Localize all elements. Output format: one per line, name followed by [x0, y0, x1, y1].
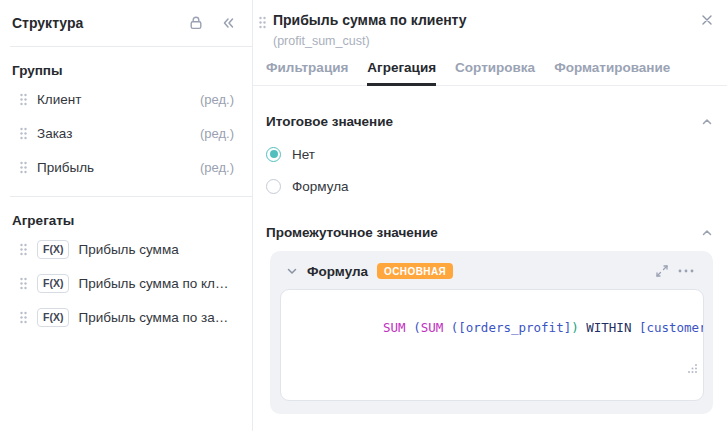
formula-token: (: [413, 320, 421, 335]
structure-sidebar: Структура Группы Клиент(ред.)Заказ(ред.)…: [0, 0, 253, 431]
total-value-section: Итоговое значение НетФормула: [266, 114, 713, 194]
aggregate-row[interactable]: F(X)Прибыль сумма по клие...: [0, 266, 252, 300]
formula-token: SUM: [421, 320, 444, 335]
sidebar-header: Структура: [0, 12, 252, 34]
group-row[interactable]: Прибыль(ред.): [0, 150, 252, 184]
aggregate-row[interactable]: F(X)Прибыль сумма: [0, 232, 252, 266]
panel-sections: Итоговое значение НетФормула Промежуточн…: [253, 86, 727, 414]
fx-badge: F(X): [37, 274, 69, 293]
formula-token: WITHIN: [586, 320, 631, 335]
tabs: ФильтрацияАгрегацияСортировкаФорматирова…: [253, 60, 727, 85]
formula-code: SUM (SUM ([orders_profit]) WITHIN [custo…: [383, 320, 704, 335]
formula-token: ): [571, 320, 579, 335]
radio-button[interactable]: [266, 179, 281, 194]
drag-handle-icon[interactable]: [259, 16, 266, 29]
total-value-section-title: Итоговое значение: [266, 114, 393, 129]
lock-icon[interactable]: [188, 15, 204, 31]
close-icon[interactable]: [701, 14, 713, 26]
groups-list: Клиент(ред.)Заказ(ред.)Прибыль(ред.): [0, 82, 252, 184]
aggregate-label: Прибыль сумма: [78, 242, 234, 257]
collapse-sidebar-icon[interactable]: [220, 15, 236, 31]
formula-card-header: Формула ОСНОВНАЯ: [280, 261, 704, 289]
formula-token: SUM: [383, 320, 406, 335]
aggregates-header: Агрегаты: [0, 197, 252, 232]
formula-token: [443, 320, 451, 335]
chevron-down-icon[interactable]: [286, 265, 298, 277]
edit-link[interactable]: (ред.): [200, 92, 234, 107]
intermediate-value-section-header: Промежуточное значение: [266, 225, 713, 240]
group-row[interactable]: Заказ(ред.): [0, 116, 252, 150]
radio-option[interactable]: Нет: [266, 146, 713, 162]
formula-token: [631, 320, 639, 335]
radio-option[interactable]: Формула: [266, 178, 713, 194]
more-options-icon[interactable]: [678, 269, 694, 273]
intermediate-value-section: Промежуточное значение Формула ОСНОВНАЯ: [266, 225, 713, 414]
tab-форматирование[interactable]: Форматирование: [554, 60, 670, 85]
drag-handle-icon[interactable]: [20, 127, 27, 140]
formula-card: Формула ОСНОВНАЯ SUM (SUM ([orders_profi…: [270, 251, 713, 414]
group-label: Клиент: [37, 92, 200, 107]
formula-editor[interactable]: SUM (SUM ([orders_profit]) WITHIN [custo…: [280, 289, 704, 401]
aggregate-label: Прибыль сумма по клие...: [78, 276, 234, 291]
fx-badge: F(X): [37, 308, 69, 327]
resize-grip-icon[interactable]: [582, 347, 698, 395]
panel-subtitle: (profit_sum_cust): [273, 34, 701, 48]
tab-агрегация[interactable]: Агрегация: [367, 60, 436, 85]
edit-link[interactable]: (ред.): [200, 126, 234, 141]
panel-header: Прибыль сумма по клиенту (profit_sum_cus…: [253, 10, 727, 48]
total-value-options: НетФормула: [266, 146, 713, 194]
formula-token: [orders_profit]: [458, 320, 571, 335]
expand-icon[interactable]: [655, 264, 669, 278]
aggregate-row[interactable]: F(X)Прибыль сумма по заказу: [0, 300, 252, 334]
drag-handle-icon[interactable]: [20, 243, 27, 256]
groups-header: Группы: [0, 47, 252, 82]
radio-button[interactable]: [266, 147, 281, 162]
formula-token: [406, 320, 414, 335]
drag-handle-icon[interactable]: [20, 311, 27, 324]
fx-badge: F(X): [37, 240, 69, 259]
formula-token: [customer_id]: [639, 320, 704, 335]
group-label: Заказ: [37, 126, 200, 141]
edit-link[interactable]: (ред.): [200, 160, 234, 175]
chevron-up-icon[interactable]: [701, 227, 713, 239]
chevron-up-icon[interactable]: [701, 116, 713, 128]
drag-handle-icon[interactable]: [20, 93, 27, 106]
panel-titles: Прибыль сумма по клиенту (profit_sum_cus…: [273, 12, 701, 48]
app-root: Структура Группы Клиент(ред.)Заказ(ред.)…: [0, 0, 727, 431]
total-value-section-header: Итоговое значение: [266, 114, 713, 129]
aggregate-label: Прибыль сумма по заказу: [78, 310, 234, 325]
radio-label: Формула: [292, 179, 349, 194]
group-row[interactable]: Клиент(ред.): [0, 82, 252, 116]
formula-card-title: Формула: [307, 264, 368, 279]
radio-label: Нет: [292, 147, 315, 162]
field-settings-panel: Прибыль сумма по клиенту (profit_sum_cus…: [253, 0, 727, 431]
drag-handle-icon[interactable]: [20, 161, 27, 174]
aggregates-list: F(X)Прибыль суммаF(X)Прибыль сумма по кл…: [0, 232, 252, 334]
tab-фильтрация[interactable]: Фильтрация: [266, 60, 348, 85]
tab-сортировка[interactable]: Сортировка: [455, 60, 535, 85]
tabs-bar: ФильтрацияАгрегацияСортировкаФорматирова…: [253, 60, 727, 86]
intermediate-value-section-title: Промежуточное значение: [266, 225, 438, 240]
drag-handle-icon[interactable]: [20, 277, 27, 290]
primary-badge: ОСНОВНАЯ: [377, 263, 453, 279]
panel-title: Прибыль сумма по клиенту: [273, 12, 701, 28]
group-label: Прибыль: [37, 160, 200, 175]
sidebar-header-icons: [188, 15, 236, 31]
sidebar-title: Структура: [12, 15, 188, 31]
